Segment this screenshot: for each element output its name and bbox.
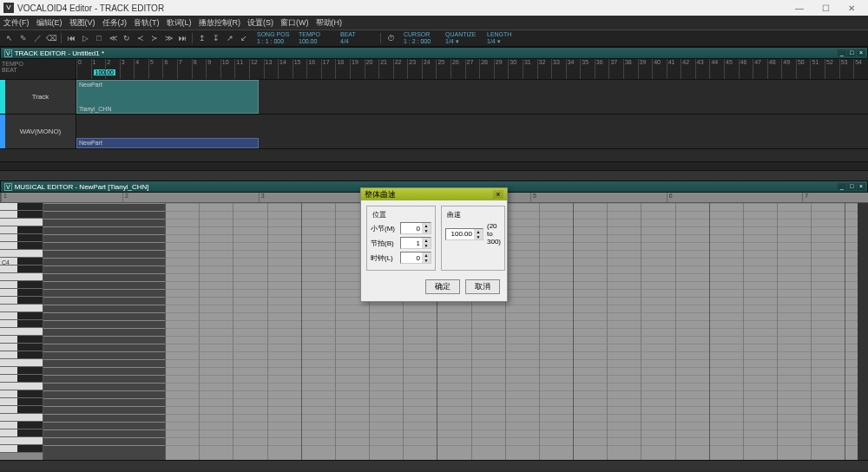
track-header[interactable]: Track [0, 80, 76, 114]
menu-job[interactable]: 任务(J) [102, 17, 128, 29]
piano-key[interactable] [0, 414, 43, 422]
piano-key[interactable] [0, 344, 43, 351]
tempo-input[interactable] [446, 230, 474, 238]
spin-down-icon[interactable]: ▼ [422, 258, 431, 263]
piano-keyboard[interactable]: C4 [0, 203, 43, 460]
tempo-spinner[interactable]: ▲▼ [445, 228, 483, 240]
menu-track[interactable]: 音轨(T) [134, 17, 160, 29]
panel-close-icon[interactable]: × [857, 183, 865, 190]
play-icon[interactable]: ▷ [79, 32, 91, 44]
cursor-value[interactable]: 1 : 2 : 000 [404, 38, 440, 45]
piano-key[interactable] [0, 383, 43, 390]
measure-spinner[interactable]: ▲▼ [400, 222, 431, 234]
skip-end-icon[interactable]: ⏭ [176, 32, 188, 44]
measure-input[interactable] [401, 225, 422, 233]
piano-key[interactable] [0, 289, 43, 297]
spin-down-icon[interactable]: ▼ [422, 243, 431, 248]
stop-icon[interactable]: □ [93, 32, 105, 44]
songpos-value[interactable]: 1 : 1 : 000 [257, 38, 293, 45]
piano-key[interactable] [0, 305, 43, 312]
clock-input[interactable] [401, 254, 422, 262]
piano-key[interactable] [0, 398, 43, 406]
close-button[interactable]: ✕ [838, 3, 865, 13]
piano-key[interactable] [0, 203, 43, 211]
tool-b-icon[interactable]: ↙ [238, 32, 250, 44]
maximize-button[interactable]: ☐ [812, 3, 838, 13]
metronome-icon[interactable]: ⏱ [385, 32, 397, 44]
marker-end-icon[interactable]: ↧ [210, 32, 222, 44]
piano-key[interactable] [0, 297, 43, 305]
track-header[interactable]: WAV(MONO) [0, 115, 76, 148]
piano-key[interactable] [0, 266, 43, 273]
spin-down-icon[interactable]: ▼ [422, 228, 431, 233]
beat-value[interactable]: 4/4 [340, 38, 377, 45]
panel-maximize-icon[interactable]: □ [847, 49, 856, 56]
piano-key[interactable]: C4 [0, 258, 43, 266]
panel-close-icon[interactable]: × [857, 49, 865, 56]
spin-down-icon[interactable]: ▼ [474, 234, 483, 239]
piano-key[interactable] [0, 320, 43, 328]
cancel-button[interactable]: 取消 [465, 279, 500, 294]
piano-key[interactable] [0, 359, 43, 367]
dialog-titlebar[interactable]: 整体曲速 × [361, 188, 507, 200]
menu-edit[interactable]: 编辑(E) [36, 17, 62, 29]
piano-key[interactable] [0, 422, 43, 429]
ok-button[interactable]: 确定 [425, 279, 460, 294]
prev-icon[interactable]: ≺ [135, 32, 147, 44]
minimize-button[interactable]: — [786, 3, 812, 13]
ruler-lane[interactable]: 01100.0023456789101112131415161718192021… [76, 59, 868, 79]
length-value[interactable]: 1/4 ▾ [487, 38, 523, 45]
piano-key[interactable] [0, 250, 43, 258]
menu-help[interactable]: 帮助(H) [316, 17, 343, 29]
piano-key[interactable] [0, 273, 43, 281]
piano-key[interactable] [0, 351, 43, 359]
panel-minimize-icon[interactable]: _ [838, 49, 846, 56]
dialog-close-icon[interactable]: × [493, 190, 503, 199]
piano-key[interactable] [0, 328, 43, 336]
piano-key[interactable] [0, 437, 43, 445]
piano-key[interactable] [0, 234, 43, 242]
track-lane[interactable]: NewPart Tianyi_CHN [76, 80, 868, 114]
fast-forward-icon[interactable]: ≫ [162, 32, 174, 44]
piano-key[interactable] [0, 390, 43, 398]
marker-start-icon[interactable]: ↥ [196, 32, 208, 44]
menu-lyrics[interactable]: 歌词(L) [167, 17, 192, 29]
panel-minimize-icon[interactable]: _ [838, 183, 846, 190]
beat-input[interactable] [401, 239, 422, 247]
piano-key[interactable] [0, 336, 43, 344]
piano-key[interactable] [0, 429, 43, 437]
piano-key[interactable] [0, 211, 43, 219]
menu-file[interactable]: 文件(F) [3, 17, 30, 29]
piano-key[interactable] [0, 226, 43, 234]
track-part[interactable]: NewPart [76, 138, 259, 148]
pencil-tool-icon[interactable]: ✎ [17, 32, 30, 44]
next-icon[interactable]: ≻ [148, 32, 161, 44]
panel-maximize-icon[interactable]: □ [847, 183, 856, 190]
loop-icon[interactable]: ↻ [121, 32, 133, 44]
piano-key[interactable] [0, 375, 43, 383]
skip-start-icon[interactable]: ⏮ [65, 32, 77, 44]
tempo-value[interactable]: 100.00 [299, 38, 335, 45]
piano-key[interactable] [0, 242, 43, 250]
clock-spinner[interactable]: ▲▼ [400, 252, 431, 264]
quantize-value[interactable]: 1/4 ▾ [445, 38, 482, 45]
track-part[interactable]: NewPart Tianyi_CHN [76, 80, 259, 114]
menu-settings[interactable]: 设置(S) [247, 17, 273, 29]
piano-key[interactable] [0, 445, 43, 453]
eraser-tool-icon[interactable]: ⌫ [45, 32, 57, 44]
horizontal-scrollbar[interactable] [0, 460, 868, 470]
tool-a-icon[interactable]: ↗ [224, 32, 236, 44]
beat-spinner[interactable]: ▲▼ [400, 237, 431, 249]
pointer-tool-icon[interactable]: ↖ [3, 32, 16, 44]
piano-key[interactable] [0, 312, 43, 320]
menu-window[interactable]: 窗口(W) [280, 17, 309, 29]
rewind-icon[interactable]: ≪ [107, 32, 119, 44]
horizontal-scrollbar[interactable] [0, 170, 868, 180]
track-editor-header[interactable]: V TRACK EDITOR - Untitled1 * _ □ × [0, 47, 868, 59]
piano-key[interactable] [0, 406, 43, 414]
piano-key[interactable] [0, 281, 43, 289]
line-tool-icon[interactable]: ／ [31, 32, 43, 44]
track-lane[interactable]: NewPart [76, 115, 868, 148]
menu-transport[interactable]: 播放控制(R) [199, 17, 241, 29]
menu-view[interactable]: 视图(V) [69, 17, 95, 29]
